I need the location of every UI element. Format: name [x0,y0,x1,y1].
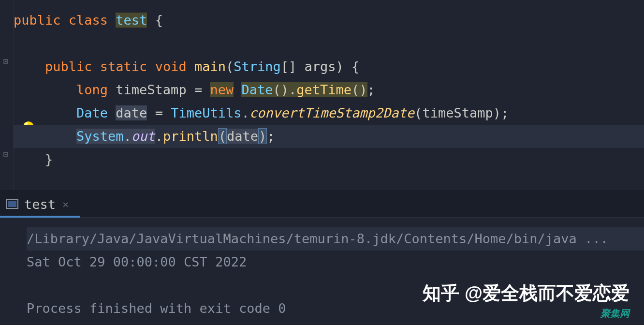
keyword-class: class [69,13,108,28]
keyword-static: static [100,59,147,74]
keyword-new: new [210,82,234,97]
console-area[interactable]: /Library/Java/JavaVirtualMachines/temuri… [0,218,644,325]
field-out: out [132,129,155,144]
keyword-long: long [76,82,108,97]
code-line-6[interactable]: System.out.println(date); [14,125,644,148]
console-command-line: /Library/Java/JavaVirtualMachines/temuri… [27,227,644,251]
code-line-2[interactable] [14,32,644,55]
type-date: Date [76,105,108,120]
code-line-7[interactable]: } [14,148,644,171]
watermark-main: 知乎 @爱全栈而不爱恋爱 [423,281,629,306]
var-date: date [116,105,147,120]
editor-area: 💡 public class test { public static void… [0,0,644,191]
keyword-void: void [155,59,187,74]
method-main: main [194,59,226,74]
param-args: args [296,59,336,74]
method-println: println [163,129,218,144]
type-string: String [234,59,281,74]
keyword-public: public [45,59,92,74]
type-date: Date [241,82,273,97]
code-line-4[interactable]: long timeStamp = new Date().getTime(); [14,78,644,102]
arg-date: date [227,129,258,144]
console-tab-icon [6,199,18,209]
method-convert: convertTimeStamp2Date [249,105,414,120]
console-tab-bar: test × [0,191,644,218]
arg-timestamp: timeStamp [422,105,493,120]
brace-close: } [45,152,53,167]
method-gettime: getTime [296,82,351,97]
code-area[interactable]: public class test { public static void m… [14,0,644,191]
console-output-line: Sat Oct 29 00:00:00 CST 2022 [27,251,644,274]
code-line-3[interactable]: public static void main(String[] args) { [14,55,644,78]
brace: { [147,13,163,28]
paren-close: ) [258,128,267,144]
paren-open: ( [218,128,227,144]
fold-collapse-icon[interactable] [1,150,10,159]
code-line-5[interactable]: Date date = TimeUtils.convertTimeStamp2D… [14,102,644,125]
var-timestamp: timeStamp [108,82,194,97]
watermark-sub: 聚集网 [600,307,629,320]
close-icon[interactable]: × [62,198,69,210]
keyword-public: public [14,13,61,28]
code-line-1[interactable]: public class test { [14,9,644,32]
class-system: System [76,129,124,144]
gutter [0,0,14,191]
console-tab-label[interactable]: test [24,197,56,212]
class-name: test [116,13,147,28]
fold-expand-icon[interactable] [1,57,10,66]
type-timeutils: TimeUtils [171,105,241,120]
